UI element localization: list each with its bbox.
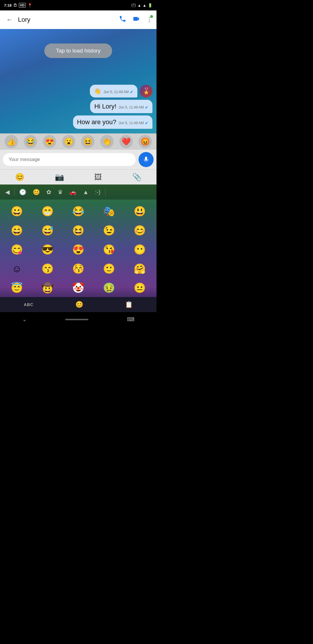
tap-history-button[interactable]: Tap to load history: [44, 44, 112, 58]
emoji-nauseated[interactable]: 🤢: [94, 279, 123, 296]
status-right: 📳 ▲ ▲ 🔋: [131, 3, 152, 8]
vibrate-icon: 📳: [131, 3, 136, 8]
message-text: How are you?: [77, 118, 117, 126]
quick-emoji-heart-eyes[interactable]: 😍: [43, 135, 56, 148]
emoji-tab-smileys[interactable]: 😊: [30, 187, 43, 197]
nav-keyboard-button[interactable]: ⌨: [121, 314, 140, 322]
emoji-keyboard: ◀ 🕐 😊 ✿ ♛ 🚗 ▲ :-) 😀 😁 😂 🎭 😃 😄 😅 😆 😉 😊 😋 …: [0, 184, 156, 312]
message-time: Jun 5, 11:49 AM: [119, 121, 144, 125]
message-text: Hi Lory!: [94, 103, 116, 110]
emoji-switch-icon[interactable]: 😊: [75, 301, 83, 308]
emoji-kissing-closed[interactable]: 😚: [64, 260, 93, 277]
table-row: Hi Lory! Jun 5, 11:49 AM ✔: [4, 100, 152, 113]
hd-icon: HD: [19, 3, 26, 8]
emoji-heart-eyes[interactable]: 😍: [64, 241, 93, 258]
emoji-blush[interactable]: 😊: [125, 222, 154, 239]
message-input[interactable]: [3, 153, 136, 166]
message-bubble: Hi Lory! Jun 5, 11:49 AM ✔: [90, 100, 152, 113]
nav-back-button[interactable]: ⌄: [17, 314, 32, 322]
message-input-row: [0, 150, 156, 169]
emoji-tab-nature[interactable]: ✿: [43, 187, 54, 197]
message-time: Jun 5, 11:49 AM: [119, 105, 144, 109]
table-row: How are you? Jun 5, 11:49 AM ✔: [4, 115, 152, 129]
message-bubble: 👋 Jun 5, 11:49 AM ✔: [90, 85, 137, 97]
emoji-tab-crown[interactable]: ♛: [55, 187, 66, 197]
emoji-kiss-heart[interactable]: 😘: [94, 241, 123, 258]
emoji-party[interactable]: 🎭: [94, 202, 123, 220]
camera-toolbar-button[interactable]: 📷: [55, 173, 64, 182]
keyboard-bottom: ABC 😊 📋: [0, 297, 156, 312]
nav-bar: ⌄ ⌨: [0, 312, 156, 322]
home-indicator[interactable]: [65, 319, 88, 320]
image-toolbar-button[interactable]: 🖼: [94, 173, 102, 182]
message-meta: Jun 5, 11:49 AM ✔: [119, 105, 148, 110]
emoji-slightly-smiling[interactable]: 🙂: [94, 260, 123, 277]
emoji-yum[interactable]: 😋: [2, 241, 31, 258]
message-time: Jun 5, 11:49 AM: [103, 90, 129, 94]
status-left: 7:18 🗒 HD 📍: [4, 3, 32, 8]
emoji-kissing-smiling[interactable]: 😙: [33, 260, 62, 277]
quick-emoji-thumbsup[interactable]: 👍: [5, 135, 18, 148]
emoji-neutral[interactable]: 😐: [125, 279, 154, 296]
messages-container: 👋 Jun 5, 11:49 AM ✔ 🎖️ Hi Lory! Jun 5, 1…: [4, 85, 152, 129]
message-text: 👋: [94, 88, 101, 95]
status-bar: 7:18 🗒 HD 📍 📳 ▲ ▲ 🔋: [0, 0, 156, 10]
call-button[interactable]: [119, 15, 126, 24]
message-bubble: How are you? Jun 5, 11:49 AM ✔: [73, 115, 152, 129]
quick-emoji-surprised[interactable]: 😮: [62, 135, 75, 148]
emoji-relaxed[interactable]: ☺️: [2, 260, 31, 277]
emoji-smiley[interactable]: 😃: [125, 202, 154, 220]
emoji-sunglasses[interactable]: 😎: [33, 241, 62, 258]
emoji-tab-recent[interactable]: 🕐: [16, 187, 29, 197]
voice-button[interactable]: [139, 152, 154, 167]
battery-icon: 🔋: [148, 3, 152, 8]
chat-area: Tap to load history 👋 Jun 5, 11:49 AM ✔ …: [0, 29, 156, 133]
emoji-tab-back[interactable]: ◀: [2, 187, 12, 197]
signal-icon: ▲: [143, 3, 146, 8]
more-options-button[interactable]: ⋮: [146, 16, 152, 23]
emoji-hugging[interactable]: 🤗: [125, 260, 154, 277]
clipboard-icon: 🗒: [13, 3, 17, 8]
quick-emoji-angry[interactable]: 😡: [139, 135, 152, 148]
emoji-tab-travel[interactable]: 🚗: [66, 187, 79, 197]
emoji-smile[interactable]: 😄: [2, 222, 31, 239]
emoji-grinning[interactable]: 😀: [2, 202, 31, 220]
top-bar: ← Lory ⋮: [0, 10, 156, 29]
emoji-cowboy[interactable]: 🤠: [33, 279, 62, 296]
emoji-no-mouth[interactable]: 😶: [125, 241, 154, 258]
wifi-icon: ▲: [137, 3, 141, 8]
back-button[interactable]: ←: [4, 15, 15, 25]
read-check-icon: ✔: [145, 121, 148, 125]
table-row: 👋 Jun 5, 11:49 AM ✔ 🎖️: [4, 85, 152, 97]
quick-emoji-laugh[interactable]: 😂: [24, 135, 37, 148]
read-check-icon: ✔: [130, 90, 133, 94]
quick-emoji-heart[interactable]: ❤️: [119, 135, 133, 148]
emoji-keyboard-tabs: ◀ 🕐 😊 ✿ ♛ 🚗 ▲ :-): [0, 184, 156, 200]
emoji-laughing[interactable]: 😆: [64, 222, 93, 239]
quick-emoji-clap[interactable]: 👏: [100, 135, 114, 148]
contact-name: Lory: [18, 16, 116, 23]
online-dot: [150, 15, 153, 18]
quick-emoji-grin[interactable]: 😆: [81, 135, 94, 148]
quick-emoji-row: 👍 😂 😍 😮 😆 👏 ❤️ 😡: [0, 133, 156, 150]
emoji-beaming[interactable]: 😁: [33, 202, 62, 220]
emoji-toolbar-button[interactable]: 😊: [15, 173, 24, 182]
video-call-button[interactable]: [132, 15, 140, 24]
message-meta: Jun 5, 11:49 AM ✔: [119, 121, 148, 125]
emoji-sweat-smile[interactable]: 😅: [33, 222, 62, 239]
emoji-innocent[interactable]: 😇: [2, 279, 31, 296]
attach-toolbar-button[interactable]: 📎: [132, 173, 141, 182]
message-meta: Jun 5, 11:49 AM ✔: [103, 90, 133, 94]
sticker-icon[interactable]: 📋: [125, 301, 133, 308]
read-check-icon: ✔: [145, 105, 148, 110]
emoji-clown[interactable]: 🤡: [64, 279, 93, 296]
emoji-tears-of-joy[interactable]: 😂: [64, 202, 93, 220]
time-label: 7:18: [4, 3, 12, 8]
emoji-tab-symbols[interactable]: ▲: [80, 187, 92, 197]
bottom-toolbar: 😊 📷 🖼 📎: [0, 169, 156, 184]
emoji-tab-divider2: [105, 188, 105, 196]
abc-button[interactable]: ABC: [24, 302, 33, 307]
location-icon: 📍: [28, 3, 32, 8]
emoji-tab-emoticons[interactable]: :-): [92, 187, 103, 197]
emoji-wink[interactable]: 😉: [94, 222, 123, 239]
